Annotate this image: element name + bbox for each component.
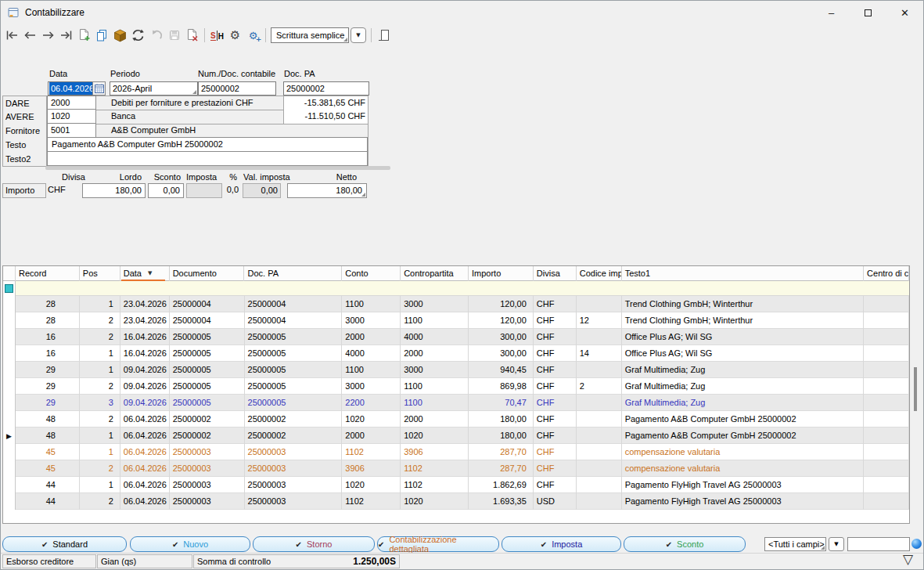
entry-mode-dropdown-button[interactable]: ▼: [351, 27, 366, 43]
cell-record[interactable]: 48: [16, 428, 80, 444]
cell-importo[interactable]: 180,00: [469, 411, 534, 428]
minimize-button[interactable]: –: [813, 1, 850, 24]
cell-testo1[interactable]: Graf Multimedia; Zug: [622, 378, 864, 395]
cell-documento[interactable]: 25000005: [170, 362, 245, 378]
avere-account-field[interactable]: 1020: [47, 109, 96, 124]
cell-data[interactable]: 06.04.2026: [120, 444, 170, 460]
cell-record[interactable]: 28: [16, 312, 80, 329]
cell-contropartita[interactable]: 1102: [401, 477, 469, 493]
cell-pos[interactable]: 1: [80, 345, 120, 362]
search-input[interactable]: [847, 537, 910, 551]
row-selector[interactable]: [3, 378, 16, 395]
cell-conto[interactable]: 3000: [342, 378, 401, 395]
field-filter-dropdown-button[interactable]: ▼: [829, 537, 844, 551]
cell-importo[interactable]: 287,70: [469, 460, 534, 477]
cell-conto[interactable]: 1102: [342, 444, 401, 460]
cell-conto[interactable]: 4000: [342, 345, 401, 362]
cell-data[interactable]: 23.04.2026: [120, 296, 170, 312]
calendar-button[interactable]: [92, 81, 106, 96]
cell-conto[interactable]: 1020: [342, 477, 401, 493]
cell-record[interactable]: 29: [16, 395, 80, 411]
date-field[interactable]: 06.04.2026: [48, 81, 92, 96]
cell-centro[interactable]: [864, 411, 909, 428]
column-header-divisa[interactable]: Divisa: [534, 266, 577, 281]
cell-pos[interactable]: 1: [80, 428, 120, 444]
cell-documento[interactable]: 25000005: [170, 395, 245, 411]
cell-pos[interactable]: 2: [80, 312, 120, 329]
grid-row[interactable]: 16216.04.2026250000052500000520004000300…: [3, 329, 909, 345]
column-header-documento[interactable]: Documento: [170, 266, 245, 281]
cell-data[interactable]: 06.04.2026: [120, 460, 170, 477]
grid-row[interactable]: 44206.04.20262500000325000003110210201.6…: [3, 493, 909, 510]
row-selector[interactable]: [3, 296, 16, 312]
cell-contropartita[interactable]: 3906: [401, 444, 469, 460]
cell-testo1[interactable]: Pagamento FlyHigh Travel AG 25000003: [622, 477, 864, 493]
cell-centro[interactable]: [864, 312, 909, 329]
column-header-pos[interactable]: Pos: [80, 266, 120, 281]
cell-importo[interactable]: 940,45: [469, 362, 534, 378]
cell-documento[interactable]: 25000003: [170, 444, 245, 460]
copy-record-button[interactable]: [93, 26, 111, 45]
cell-codice[interactable]: 2: [577, 378, 622, 395]
cell-data[interactable]: 09.04.2026: [120, 378, 170, 395]
cell-pos[interactable]: 2: [80, 411, 120, 428]
cell-doc_pa[interactable]: 25000005: [245, 329, 343, 345]
grid-row[interactable]: 29309.04.202625000005250000052200110070,…: [3, 395, 909, 411]
cell-centro[interactable]: [864, 362, 909, 378]
cell-documento[interactable]: 25000005: [170, 345, 245, 362]
cell-codice[interactable]: [577, 444, 622, 460]
grid-vertical-scrollbar[interactable]: [914, 367, 917, 411]
cell-conto[interactable]: 2000: [342, 428, 401, 444]
cell-data[interactable]: 16.04.2026: [120, 345, 170, 362]
settings-add-button[interactable]: ⚙+: [244, 26, 262, 45]
cell-codice[interactable]: [577, 362, 622, 378]
cell-data[interactable]: 06.04.2026: [120, 493, 170, 510]
cell-contropartita[interactable]: 1100: [401, 378, 469, 395]
settings-button[interactable]: ⚙: [226, 26, 244, 45]
cell-record[interactable]: 45: [16, 444, 80, 460]
cell-divisa[interactable]: CHF: [534, 395, 577, 411]
cell-record[interactable]: 29: [16, 362, 80, 378]
cell-pos[interactable]: 1: [80, 362, 120, 378]
cell-pos[interactable]: 1: [80, 296, 120, 312]
cell-centro[interactable]: [864, 493, 909, 510]
cell-codice[interactable]: [577, 477, 622, 493]
cell-record[interactable]: 28: [16, 296, 80, 312]
cell-record[interactable]: 44: [16, 477, 80, 493]
cell-doc_pa[interactable]: 25000003: [245, 493, 343, 510]
grid-row[interactable]: 45206.04.2026250000032500000339061102287…: [3, 460, 909, 477]
filter-input-row[interactable]: [16, 281, 909, 295]
cell-contropartita[interactable]: 4000: [401, 329, 469, 345]
next-record-button[interactable]: [39, 26, 57, 45]
row-selector[interactable]: [3, 345, 16, 362]
doc-pa-field[interactable]: 25000002: [283, 81, 369, 96]
column-header-doc_pa[interactable]: Doc. PA: [244, 266, 342, 281]
netto-field[interactable]: 180,00: [287, 183, 367, 198]
cell-documento[interactable]: 25000003: [170, 477, 245, 493]
cell-importo[interactable]: 1.693,35: [469, 493, 534, 510]
testo2-field[interactable]: [47, 151, 368, 166]
cell-importo[interactable]: 70,47: [469, 395, 534, 411]
column-header-data[interactable]: Data▼: [120, 266, 170, 281]
row-selector[interactable]: [3, 395, 16, 411]
cell-divisa[interactable]: CHF: [534, 345, 577, 362]
grid-filter-row[interactable]: [3, 281, 909, 296]
grid-row[interactable]: 48206.04.2026250000022500000210202000180…: [3, 411, 909, 428]
cell-testo1[interactable]: compensazione valutaria: [622, 444, 864, 460]
cell-data[interactable]: 06.04.2026: [120, 477, 170, 493]
column-header-conto[interactable]: Conto: [342, 266, 401, 281]
grid-row[interactable]: 16116.04.2026250000052500000540002000300…: [3, 345, 909, 362]
new-record-button[interactable]: [75, 26, 93, 45]
row-selector[interactable]: [3, 411, 16, 428]
cell-testo1[interactable]: Graf Multimedia; Zug: [622, 395, 864, 411]
periodo-field[interactable]: 2026-April: [110, 81, 198, 96]
cell-documento[interactable]: 25000003: [170, 460, 245, 477]
cell-importo[interactable]: 120,00: [469, 312, 534, 329]
fornitore-account-field[interactable]: 5001: [47, 123, 96, 138]
row-selector[interactable]: [3, 460, 16, 477]
cell-conto[interactable]: 2200: [342, 395, 401, 411]
previous-record-button[interactable]: [21, 26, 39, 45]
sconto-field[interactable]: 0,00: [148, 183, 184, 198]
cell-doc_pa[interactable]: 25000005: [245, 345, 343, 362]
row-selector[interactable]: [3, 312, 16, 329]
